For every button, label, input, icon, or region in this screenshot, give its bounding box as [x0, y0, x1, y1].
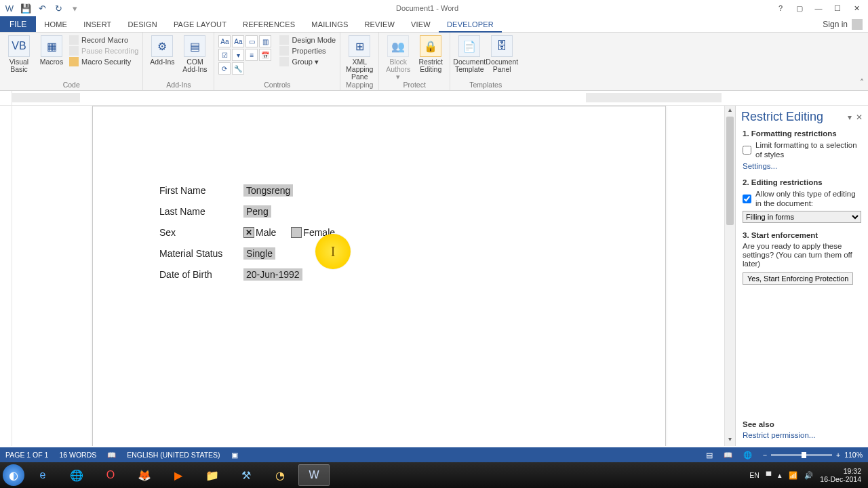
- dropdown-control-icon[interactable]: ≡: [245, 49, 258, 61]
- properties-button[interactable]: Properties: [279, 46, 336, 56]
- taskbar-opera[interactable]: O: [95, 464, 126, 486]
- maximize-icon[interactable]: ☐: [831, 4, 844, 13]
- ribbon-options-icon[interactable]: ▢: [793, 4, 806, 13]
- settings-link[interactable]: Settings...: [743, 162, 777, 170]
- document-panel-button[interactable]: 🗄DocumentPanel: [487, 34, 517, 73]
- last-name-field[interactable]: Peng: [243, 205, 271, 218]
- tab-review[interactable]: REVIEW: [356, 16, 403, 32]
- collapse-ribbon-icon[interactable]: ˄: [860, 78, 864, 87]
- date-control-icon[interactable]: 📅: [259, 49, 271, 61]
- document-area[interactable]: First Name Tongsreng Last Name Peng Sex …: [12, 106, 724, 446]
- zoom-control[interactable]: − + 110%: [763, 451, 863, 459]
- taskbar-app1[interactable]: ⚒: [231, 464, 262, 486]
- horizontal-ruler[interactable]: [12, 91, 868, 105]
- status-words[interactable]: 16 WORDS: [59, 451, 96, 459]
- macros-button[interactable]: ▦Macros: [37, 34, 66, 66]
- legacy-tools-icon[interactable]: 🔧: [232, 62, 244, 75]
- design-mode-button[interactable]: Design Mode: [279, 35, 336, 45]
- taskbar-browser[interactable]: 🌐: [61, 464, 92, 486]
- rich-text-control-icon[interactable]: Aa: [218, 35, 231, 47]
- redo-icon[interactable]: ↻: [53, 3, 64, 14]
- taskbar-explorer[interactable]: 📁: [197, 464, 228, 486]
- editing-restrictions-input[interactable]: [743, 190, 751, 208]
- female-checkbox[interactable]: [291, 227, 302, 238]
- tab-references[interactable]: REFERENCES: [235, 16, 303, 32]
- status-page[interactable]: PAGE 1 OF 1: [5, 451, 48, 459]
- tab-developer[interactable]: DEVELOPER: [439, 17, 502, 33]
- undo-icon[interactable]: ↶: [37, 3, 47, 14]
- tab-page-layout[interactable]: PAGE LAYOUT: [165, 16, 235, 32]
- page[interactable]: First Name Tongsreng Last Name Peng Sex …: [92, 106, 666, 446]
- tab-home[interactable]: HOME: [36, 16, 75, 32]
- taskbar-ie[interactable]: e: [27, 464, 58, 486]
- tab-design[interactable]: DESIGN: [120, 16, 165, 32]
- editing-type-select[interactable]: Filling in forms: [743, 211, 861, 223]
- plain-text-control-icon[interactable]: Aa: [232, 35, 244, 47]
- male-checkbox[interactable]: ✕: [243, 227, 254, 238]
- tray-chevron-icon[interactable]: ▴: [778, 471, 782, 479]
- tab-insert[interactable]: INSERT: [75, 16, 119, 32]
- vertical-scrollbar[interactable]: ▴ ▾: [724, 106, 735, 446]
- tray-volume-icon[interactable]: 🔊: [804, 471, 813, 480]
- checkbox-control-icon[interactable]: ☑: [218, 49, 231, 61]
- zoom-value[interactable]: 110%: [844, 451, 863, 459]
- zoom-out-icon[interactable]: −: [763, 451, 767, 459]
- com-addins-button[interactable]: ▤COMAdd-Ins: [180, 34, 210, 73]
- view-read-icon[interactable]: 📖: [724, 451, 732, 460]
- tray-clock[interactable]: 19:32 16-Dec-2014: [820, 467, 861, 483]
- scroll-up-icon[interactable]: ▴: [725, 106, 735, 117]
- taskbar-media[interactable]: ▶: [163, 464, 194, 486]
- document-template-button[interactable]: 📄DocumentTemplate: [454, 34, 484, 73]
- proofing-icon[interactable]: 📖: [107, 451, 116, 460]
- status-language[interactable]: ENGLISH (UNITED STATES): [127, 451, 220, 459]
- tab-view[interactable]: VIEW: [403, 16, 439, 32]
- save-icon[interactable]: 💾: [20, 3, 31, 14]
- group-button[interactable]: Group ▾: [279, 57, 336, 66]
- macro-status-icon[interactable]: ▣: [231, 451, 238, 459]
- close-icon[interactable]: ✕: [850, 4, 863, 13]
- taskbar-word[interactable]: W: [298, 464, 330, 486]
- view-web-icon[interactable]: 🌐: [743, 451, 752, 460]
- repeating-control-icon[interactable]: ⟳: [218, 62, 231, 75]
- help-icon[interactable]: ?: [774, 4, 787, 13]
- tray-network-icon[interactable]: 📶: [789, 471, 797, 480]
- block-authors-button[interactable]: 👥BlockAuthors ▾: [383, 34, 413, 81]
- tray-flag-icon[interactable]: ▀: [766, 471, 771, 479]
- dob-field[interactable]: 20-Jun-1992: [243, 268, 302, 281]
- restrict-permission-link[interactable]: Restrict permission...: [743, 431, 815, 439]
- minimize-icon[interactable]: —: [812, 4, 825, 13]
- taskbar-firefox[interactable]: 🦊: [129, 464, 160, 486]
- formatting-restrictions-input[interactable]: [743, 141, 751, 159]
- restrict-editing-button[interactable]: 🔒RestrictEditing: [416, 34, 446, 73]
- taskbar-app2[interactable]: ◔: [264, 464, 296, 486]
- formatting-restrictions-checkbox[interactable]: Limit formatting to a selection of style…: [743, 140, 861, 159]
- pane-dropdown-icon[interactable]: ▾: [848, 113, 852, 122]
- macro-security-button[interactable]: Macro Security: [69, 57, 138, 66]
- zoom-thumb[interactable]: [802, 452, 806, 458]
- scroll-thumb[interactable]: [726, 117, 734, 225]
- record-macro-button[interactable]: Record Macro: [69, 35, 138, 45]
- qat-dropdown-icon[interactable]: ▾: [69, 3, 80, 14]
- start-enforcing-button[interactable]: Yes, Start Enforcing Protection: [743, 272, 853, 285]
- combobox-control-icon[interactable]: ▾: [232, 49, 244, 61]
- scroll-down-icon[interactable]: ▾: [725, 435, 735, 446]
- xml-mapping-button[interactable]: ⊞XML MappingPane: [344, 34, 374, 81]
- tab-mailings[interactable]: MAILINGS: [303, 16, 356, 32]
- addins-button[interactable]: ⚙Add-Ins: [147, 34, 177, 66]
- sign-in[interactable]: Sign in: [817, 16, 868, 32]
- tab-file[interactable]: FILE: [0, 16, 36, 32]
- first-name-field[interactable]: Tongsreng: [243, 184, 293, 197]
- pause-recording-button[interactable]: Pause Recording: [69, 46, 138, 56]
- marital-status-field[interactable]: Single: [243, 247, 275, 260]
- building-block-control-icon[interactable]: ▥: [259, 35, 271, 47]
- editing-restrictions-checkbox[interactable]: Allow only this type of editing in the d…: [743, 189, 861, 208]
- view-print-icon[interactable]: ▤: [706, 451, 713, 459]
- system-tray[interactable]: EN ▀ ▴ 📶 🔊 19:32 16-Dec-2014: [749, 467, 865, 483]
- visual-basic-button[interactable]: VBVisualBasic: [4, 34, 34, 73]
- zoom-in-icon[interactable]: +: [836, 451, 840, 459]
- picture-control-icon[interactable]: ▭: [245, 35, 258, 47]
- vertical-ruler[interactable]: [0, 106, 12, 446]
- start-button[interactable]: ◐: [3, 464, 24, 486]
- pane-close-icon[interactable]: ✕: [856, 113, 863, 122]
- tray-lang[interactable]: EN: [749, 471, 760, 479]
